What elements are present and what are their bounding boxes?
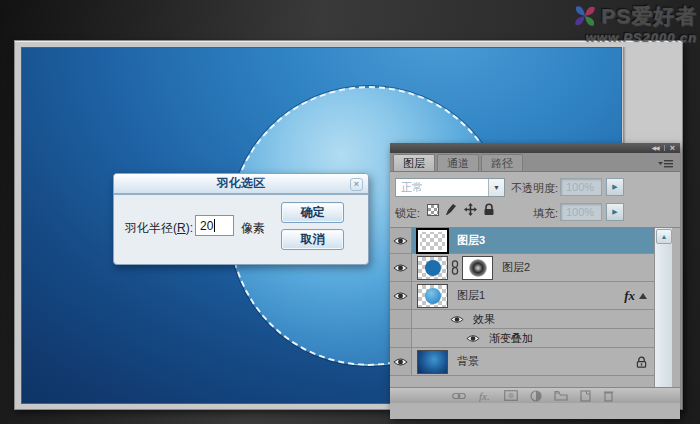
watermark-site: www.PS2000.cn <box>585 30 697 45</box>
effects-label[interactable]: 效果 <box>473 312 495 327</box>
panel-bottom-toolbar: fx. <box>390 387 680 403</box>
opacity-spinner-icon[interactable]: ▶ <box>606 178 624 196</box>
layer-row-2[interactable]: 图层2 <box>390 254 654 282</box>
scrollbar[interactable]: ▲ ▼ <box>654 228 672 403</box>
layer-row-1[interactable]: 图层1 fx <box>390 282 654 310</box>
adjustment-layer-icon[interactable] <box>530 390 542 402</box>
layer-name[interactable]: 背景 <box>457 354 479 369</box>
panel-menu-icon[interactable] <box>658 159 674 168</box>
visibility-cell[interactable] <box>390 282 412 309</box>
blend-mode-value: 正常 <box>396 180 488 195</box>
effects-row[interactable]: 效果 <box>390 310 654 329</box>
panel-controls: 正常 ▼ 不透明度: 100% ▶ 锁定: 填充: 1 <box>390 172 680 228</box>
visibility-cell[interactable] <box>390 228 412 253</box>
new-layer-icon[interactable] <box>580 390 591 402</box>
visibility-cell-empty[interactable] <box>390 329 412 347</box>
background-thumbnail[interactable] <box>417 350 448 374</box>
watermark-brand: PS爱好者 <box>601 2 697 30</box>
background-layer-row[interactable]: 背景 <box>390 348 654 376</box>
ps2000-logo-icon <box>572 3 598 29</box>
fill-value[interactable]: 100% <box>560 203 602 221</box>
opacity-value[interactable]: 100% <box>560 178 602 196</box>
scroll-up-icon[interactable]: ▲ <box>656 229 672 244</box>
tab-layers[interactable]: 图层 <box>393 154 435 171</box>
layer-row-3[interactable]: 图层3 <box>390 228 654 254</box>
layer-list: 图层3 <box>390 228 680 403</box>
eye-icon[interactable] <box>466 334 480 343</box>
fill-label: 填充: <box>533 206 558 221</box>
feather-radius-label: 羽化半径(R): <box>125 220 193 237</box>
fill-spinner-icon[interactable]: ▶ <box>606 203 624 221</box>
dialog-body: 羽化半径(R): 20 像素 确定 取消 <box>114 195 368 262</box>
svg-text:fx.: fx. <box>479 390 490 402</box>
tab-channels[interactable]: 通道 <box>437 154 479 171</box>
eye-icon[interactable] <box>450 315 464 324</box>
link-layers-icon[interactable] <box>452 391 466 401</box>
text-caret <box>214 219 215 232</box>
layer-name[interactable]: 图层2 <box>502 260 530 275</box>
eye-icon[interactable] <box>393 357 408 367</box>
layer-mask-thumbnail[interactable] <box>462 256 493 280</box>
eye-icon[interactable] <box>393 263 408 273</box>
visibility-cell[interactable] <box>390 348 412 375</box>
lock-transparency-icon[interactable] <box>427 204 439 216</box>
mask-link-icon[interactable] <box>451 260 459 275</box>
panel-close-icon[interactable]: × <box>670 144 675 153</box>
chevron-down-icon[interactable]: ▼ <box>488 179 504 196</box>
tab-paths[interactable]: 路径 <box>481 154 523 171</box>
visibility-cell-empty[interactable] <box>390 310 412 328</box>
dialog-close-icon[interactable]: × <box>350 178 363 191</box>
visibility-cell[interactable] <box>390 254 412 281</box>
dialog-title: 羽化选区 <box>217 175 265 192</box>
ok-button[interactable]: 确定 <box>281 202 344 223</box>
divider <box>664 145 665 151</box>
background-lock-icon <box>636 356 647 368</box>
new-group-icon[interactable] <box>554 390 568 401</box>
layer-thumbnail[interactable] <box>417 284 448 308</box>
blend-mode-select[interactable]: 正常 ▼ <box>395 178 505 197</box>
panel-collapse-icon[interactable]: ◀◀ <box>652 145 659 151</box>
panel-tabs: 图层 通道 路径 <box>390 153 680 172</box>
delete-layer-icon[interactable] <box>603 390 614 402</box>
eye-icon[interactable] <box>393 236 408 246</box>
feather-radius-input[interactable]: 20 <box>195 215 234 236</box>
layer-thumbnail[interactable] <box>417 256 448 280</box>
watermark: PS爱好者 www.PS2000.cn <box>572 2 697 45</box>
eye-icon[interactable] <box>393 291 408 301</box>
lock-position-move-icon[interactable] <box>464 203 477 216</box>
unit-label: 像素 <box>241 220 265 237</box>
dialog-titlebar[interactable]: 羽化选区 × <box>114 174 368 195</box>
lock-all-icon[interactable] <box>483 203 495 216</box>
photoshop-app: PS爱好者 www.PS2000.cn 羽化选区 × 羽化半径(R): 20 像… <box>0 0 700 424</box>
panel-titlebar: ◀◀ × <box>390 143 680 153</box>
layer-thumbnail[interactable] <box>417 229 448 253</box>
collapse-effects-icon[interactable] <box>639 293 647 299</box>
gradient-overlay-label[interactable]: 渐变叠加 <box>489 331 533 346</box>
add-layer-mask-icon[interactable] <box>504 390 518 401</box>
layers-panel: ◀◀ × 图层 通道 路径 正常 ▼ 不透明度: 100% ▶ 锁定: <box>390 143 680 419</box>
opacity-label: 不透明度: <box>511 181 558 196</box>
lock-pixels-brush-icon[interactable] <box>445 203 458 216</box>
lock-buttons <box>427 203 495 216</box>
layer-style-icon[interactable]: fx. <box>478 390 492 402</box>
cancel-button[interactable]: 取消 <box>281 229 344 250</box>
layer-name[interactable]: 图层1 <box>457 288 485 303</box>
layer-name[interactable]: 图层3 <box>457 233 485 248</box>
layer-style-fx-icon[interactable]: fx <box>624 288 635 304</box>
gradient-overlay-row[interactable]: 渐变叠加 <box>390 329 654 348</box>
lock-label: 锁定: <box>395 206 420 221</box>
feather-selection-dialog: 羽化选区 × 羽化半径(R): 20 像素 确定 取消 <box>113 173 369 265</box>
